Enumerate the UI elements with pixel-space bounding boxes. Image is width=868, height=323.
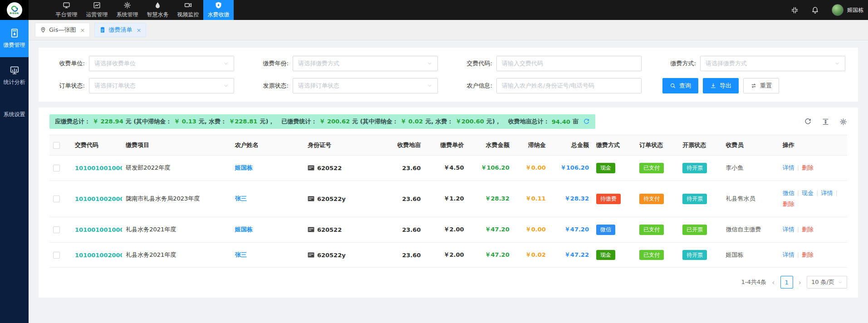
filter-placeholder: 请选择订单状态 (94, 82, 136, 90)
action-link[interactable]: 详情 (783, 251, 794, 258)
cell-code[interactable]: 1010010010001 (71, 217, 122, 243)
tab-bar: Gis—张图×缴费清单× (29, 20, 868, 40)
row-checkbox[interactable] (53, 226, 60, 233)
fullscreen-icon[interactable] (791, 6, 799, 14)
bell-icon[interactable] (811, 6, 819, 14)
summary-segment: 元)， (486, 117, 501, 126)
sidebar-item-label: 系统设置 (4, 111, 25, 118)
cell-total: ￥28.32 (549, 181, 593, 217)
tab-2[interactable]: 缴费清单× (94, 23, 146, 37)
cell-unit_price: ￥4.50 (424, 156, 467, 181)
cell-farmer[interactable]: 张三 (231, 242, 304, 268)
filter-panel: 收费单位:请选择收费单位缴费年份:请选择缴费方式交费代码:请输入交费代码缴费方式… (39, 48, 858, 102)
topnav-item-5[interactable]: 视频监控 (173, 0, 203, 20)
tab-close-icon[interactable]: × (136, 27, 141, 34)
app-logo: RIEON (0, 0, 29, 20)
cell-area: 23.60 (383, 242, 424, 268)
cell-project: 礼县水务2021年度 (122, 217, 231, 243)
topnav-item-3[interactable]: 系统管理 (112, 0, 142, 20)
user-menu[interactable]: 姬国栋 (832, 4, 863, 16)
cell-code[interactable]: 1010010020001 (71, 242, 122, 268)
sidebar-item-3[interactable]: 系统设置 (0, 94, 29, 132)
summary-segment: 元 (其中滞纳金： (126, 117, 172, 126)
row-height-icon[interactable] (822, 118, 829, 126)
sidebar-item-1[interactable]: 缴费管理 (0, 20, 29, 57)
column-header-invoice_status: 开票状态 (679, 135, 722, 156)
summary-segment: 元 (其中滞纳金： (352, 117, 398, 126)
refresh-icon[interactable] (804, 118, 812, 126)
summary-refresh-icon[interactable] (583, 118, 590, 125)
cell-code[interactable]: 1010010010001 (71, 156, 122, 181)
filter-input-field[interactable]: 请输入农户姓名/身份证号/电话号码 (496, 78, 642, 93)
action-delete[interactable]: 删除 (802, 251, 814, 258)
topnav-item-6[interactable]: 水费收缴 (203, 0, 234, 20)
filter-label: 缴费年份: (255, 59, 289, 68)
reset-button[interactable]: 重置 (743, 78, 779, 93)
filter-select-field[interactable]: 请选择缴费方式 (700, 56, 845, 71)
row-checkbox[interactable] (53, 165, 60, 171)
select-all-checkbox[interactable] (53, 142, 60, 149)
id-card-number: 620522y (317, 196, 346, 202)
cell-code[interactable]: 1010010020001 (71, 181, 122, 217)
action-separator: | (835, 190, 837, 196)
column-settings-icon[interactable] (839, 118, 847, 126)
filter-grid: 收费单位:请选择收费单位缴费年份:请选择缴费方式交费代码:请输入交费代码缴费方式… (51, 56, 845, 93)
id-card-icon (308, 165, 314, 171)
summary-segment: 元, 水费： (425, 117, 453, 126)
cell-farmer[interactable]: 姬国栋 (231, 217, 304, 243)
query-button[interactable]: 查询 (662, 78, 698, 93)
cell-total: ￥47.22 (549, 242, 593, 268)
summary-segment: 已缴费统计： (281, 117, 317, 126)
search-icon (670, 83, 676, 89)
filter-select-field[interactable]: 请选择订单状态 (89, 78, 234, 93)
page-size-select[interactable]: 10 条/页 (807, 276, 847, 289)
export-button[interactable]: 导出 (703, 78, 739, 93)
id-card-number: 620522 (317, 226, 342, 233)
topnav-item-2[interactable]: 运营管理 (82, 0, 112, 20)
action-link[interactable]: 微信 (783, 190, 794, 196)
cell-checkbox (49, 242, 71, 268)
row-checkbox[interactable] (53, 252, 60, 259)
filter-placeholder: 请选择缴费方式 (706, 59, 747, 68)
collapse-sidebar-button[interactable] (29, 0, 51, 20)
invoice_status-badge: 待开票 (682, 250, 707, 260)
chevron-down-icon (223, 61, 229, 66)
cell-invoice_status: 已开票 (679, 217, 722, 243)
topnav-item-1[interactable]: 平台管理 (51, 0, 82, 20)
next-page-button[interactable]: › (798, 278, 802, 287)
action-link[interactable]: 详情 (821, 190, 833, 196)
topnav-item-4[interactable]: 智慧水务 (142, 0, 173, 20)
pagination: 1-4共4条 ‹ 1 › 10 条/页 (49, 276, 847, 289)
topnav-item-label: 智慧水务 (147, 11, 169, 19)
page-number-1[interactable]: 1 (780, 276, 793, 289)
id-card-number: 620522 (317, 165, 342, 171)
tab-1[interactable]: Gis—张图× (35, 23, 90, 37)
filter-item-0-1: 缴费年份:请选择缴费方式 (255, 56, 438, 71)
prev-page-button[interactable]: ‹ (771, 278, 775, 287)
filter-select-field[interactable]: 请选择订单状态 (293, 78, 438, 93)
filter-select-field[interactable]: 请选择收费单位 (89, 56, 234, 71)
action-delete[interactable]: 删除 (802, 226, 814, 233)
action-delete[interactable]: 删除 (802, 164, 814, 171)
cell-project: 研发部2022年度 (122, 156, 231, 181)
column-header-farmer: 农户姓名 (231, 135, 304, 156)
id-card-icon (308, 196, 314, 201)
filter-item-0-2: 交费代码:请输入交费代码 (459, 56, 642, 71)
summary-segment: 亩 (573, 117, 579, 126)
tab-close-icon[interactable]: × (80, 27, 85, 34)
filter-input-field[interactable]: 请输入交费代码 (496, 56, 642, 71)
cell-farmer[interactable]: 姬国栋 (231, 156, 304, 181)
action-link[interactable]: 详情 (783, 226, 794, 233)
row-checkbox[interactable] (53, 196, 60, 202)
cell-checkbox (49, 156, 71, 181)
action-link[interactable]: 现金 (802, 190, 814, 196)
cell-farmer[interactable]: 张三 (231, 181, 304, 217)
filter-select-field[interactable]: 请选择缴费方式 (293, 56, 438, 71)
cell-project: 礼县水务2021年度 (122, 242, 231, 268)
export-download-icon (710, 83, 716, 89)
action-delete[interactable]: 删除 (783, 201, 794, 207)
platform-monitor-icon (63, 1, 70, 9)
filter-label: 农户信息: (459, 82, 492, 90)
sidebar-item-2[interactable]: 统计分析 (0, 57, 29, 94)
action-link[interactable]: 详情 (783, 164, 794, 171)
